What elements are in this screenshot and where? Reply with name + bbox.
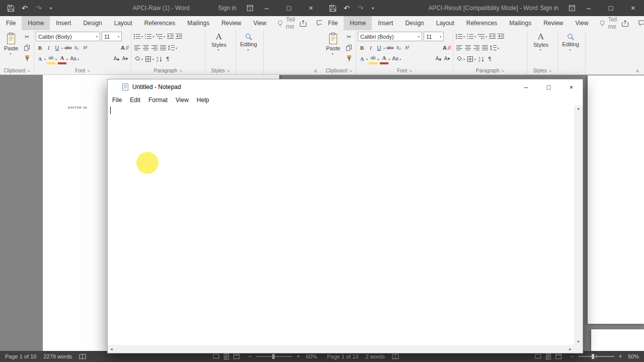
redo-icon[interactable]: ↷ <box>33 3 44 14</box>
dropdown-icon[interactable]: ▾ <box>366 57 368 61</box>
dropdown-icon[interactable]: ▾ <box>418 35 420 38</box>
zoom-slider[interactable] <box>578 356 614 357</box>
dropdown-icon[interactable]: ▾ <box>164 35 165 38</box>
font-name-combo[interactable]: Calibri (Body) ▾ <box>36 32 100 41</box>
text-effects-icon[interactable]: A <box>358 55 366 63</box>
copy-icon[interactable] <box>345 43 353 52</box>
minimize-button[interactable]: – <box>515 79 537 95</box>
underline-button[interactable]: U <box>53 44 61 52</box>
multilevel-list-icon[interactable] <box>477 32 486 41</box>
clear-formatting-icon[interactable]: A <box>442 44 451 52</box>
show-paragraph-marks-icon[interactable]: ¶ <box>486 55 494 63</box>
collapse-ribbon-icon[interactable]: ˄ <box>314 68 317 74</box>
menu-item[interactable]: View <box>172 96 193 105</box>
dialog-launcher-icon[interactable]: ↘ <box>27 68 30 73</box>
underline-button[interactable]: U <box>375 44 383 52</box>
menu-item[interactable]: Format <box>144 96 172 105</box>
dialog-launcher-icon[interactable]: ↘ <box>501 68 505 73</box>
cut-icon[interactable]: ✂ <box>345 33 353 41</box>
strikethrough-button[interactable]: abc <box>64 44 72 52</box>
dropdown-icon[interactable]: ▾ <box>377 57 379 61</box>
shrink-font-icon[interactable]: A▾ <box>121 55 129 63</box>
document-page[interactable] <box>591 329 644 351</box>
ribbon-tab[interactable]: File <box>0 16 22 30</box>
text-highlight-icon[interactable]: ab <box>47 54 55 64</box>
proofing-icon[interactable] <box>79 354 86 359</box>
zoom-level[interactable]: 60% <box>302 353 317 359</box>
subscript-button[interactable]: x₂ <box>394 44 403 52</box>
paste-button[interactable]: Paste ▾ <box>2 31 21 66</box>
align-right-icon[interactable] <box>472 44 480 52</box>
maximize-button[interactable]: □ <box>600 0 622 16</box>
horizontal-scrollbar[interactable]: ◄ ► <box>108 345 574 353</box>
dropdown-icon[interactable]: ▾ <box>10 52 11 55</box>
titlebar[interactable]: ↶ ↷ ▾ APCI-Raw (1) - Word Sign in – □ × <box>0 0 322 16</box>
undo-icon[interactable]: ↶ <box>19 3 30 14</box>
dialog-launcher-icon[interactable]: ↘ <box>409 68 412 73</box>
ribbon-tab[interactable]: References <box>138 16 181 30</box>
clear-formatting-icon[interactable]: A <box>120 44 129 52</box>
tell-me[interactable]: Tell me <box>272 16 300 30</box>
editing-button[interactable]: Editing ▾ <box>559 31 582 51</box>
borders-icon[interactable] <box>144 55 152 63</box>
titlebar[interactable]: ↶ ↷ ▾ APCI-Result [Compatibility Mode] -… <box>322 0 644 16</box>
grow-font-icon[interactable]: A▴ <box>112 55 121 63</box>
maximize-button[interactable]: □ <box>537 79 560 95</box>
dropdown-icon[interactable]: ▾ <box>498 46 499 50</box>
zoom-in-button[interactable]: + <box>295 353 302 360</box>
editing-button[interactable]: Editing ▾ <box>237 31 260 51</box>
font-name-combo[interactable]: Calibri (Body) ▾ <box>358 32 422 41</box>
align-left-icon[interactable] <box>133 44 141 52</box>
notepad-titlebar[interactable]: Untitled - Notepad – □ × <box>108 79 583 95</box>
dropdown-icon[interactable]: ▾ <box>61 46 63 50</box>
zoom-slider[interactable] <box>256 356 292 357</box>
print-layout-icon[interactable] <box>224 353 229 359</box>
decrease-indent-icon[interactable] <box>488 32 497 41</box>
zoom-level[interactable]: 50% <box>624 353 639 359</box>
dropdown-icon[interactable]: ▾ <box>463 57 465 61</box>
shrink-font-icon[interactable]: A▾ <box>443 55 451 63</box>
font-color-icon[interactable]: A <box>380 54 388 64</box>
share-icon[interactable] <box>622 20 628 27</box>
sort-icon[interactable]: AZ <box>477 55 486 63</box>
sort-icon[interactable]: AZ <box>155 55 164 63</box>
dropdown-icon[interactable]: ▾ <box>474 57 476 61</box>
customize-quick-access-icon[interactable]: ▾ <box>47 3 54 14</box>
dropdown-icon[interactable]: ▾ <box>176 46 177 50</box>
zoom-out-button[interactable]: − <box>569 353 576 360</box>
multilevel-list-icon[interactable] <box>155 32 164 41</box>
bullet-list-icon[interactable] <box>455 32 463 41</box>
save-icon[interactable] <box>5 3 16 14</box>
dropdown-icon[interactable]: ▾ <box>247 48 249 51</box>
ribbon-tab[interactable]: Design <box>399 16 430 30</box>
proofing-icon[interactable] <box>392 354 399 359</box>
zoom-out-button[interactable]: − <box>247 353 254 360</box>
ribbon-tab[interactable]: Review <box>537 16 569 30</box>
line-spacing-icon[interactable] <box>167 44 176 52</box>
undo-icon[interactable]: ↶ <box>341 3 352 14</box>
ribbon-tab[interactable]: Review <box>215 16 247 30</box>
decrease-indent-icon[interactable] <box>166 32 175 41</box>
dropdown-icon[interactable]: ▾ <box>569 48 571 51</box>
ribbon-display-options-icon[interactable] <box>245 3 256 14</box>
dropdown-icon[interactable]: ▾ <box>332 52 333 55</box>
vertical-scrollbar[interactable]: ▲ ▼ <box>574 105 583 345</box>
print-layout-icon[interactable] <box>546 353 551 359</box>
comments-icon[interactable] <box>638 20 644 26</box>
ribbon-tab[interactable]: View <box>570 16 595 30</box>
subscript-button[interactable]: x₂ <box>72 44 81 52</box>
change-case-icon[interactable]: Aa <box>391 55 399 63</box>
ribbon-tab[interactable]: Home <box>344 16 372 30</box>
increase-indent-icon[interactable] <box>497 32 505 41</box>
zoom-in-button[interactable]: + <box>617 353 624 360</box>
scroll-down-icon[interactable]: ▼ <box>575 338 582 345</box>
save-icon[interactable] <box>327 3 338 14</box>
increase-indent-icon[interactable] <box>175 32 183 41</box>
dropdown-icon[interactable]: ▾ <box>440 35 441 38</box>
ribbon-tab[interactable]: Insert <box>50 16 77 30</box>
share-icon[interactable] <box>300 20 306 27</box>
italic-button[interactable]: I <box>366 44 375 52</box>
dropdown-icon[interactable]: ▾ <box>96 35 98 38</box>
dropdown-icon[interactable]: ▾ <box>141 35 143 38</box>
dropdown-icon[interactable]: ▾ <box>44 57 46 61</box>
